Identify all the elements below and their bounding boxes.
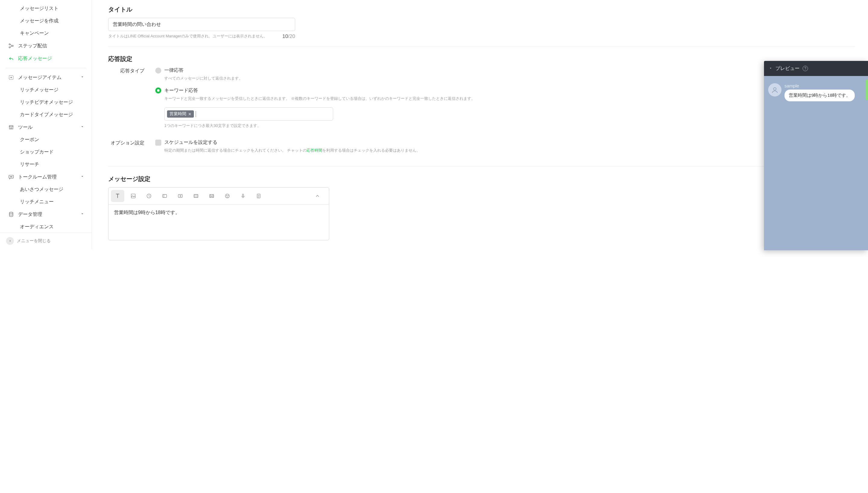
title-char-count: 10/20 — [282, 34, 295, 40]
svg-point-5 — [10, 176, 11, 177]
editor-toolbar — [109, 188, 329, 205]
collapse-menu[interactable]: メニューを閉じる — [0, 233, 92, 249]
keyword-reply-desc: キーワードと完全一致するメッセージを受信したときに返信されます。 ※複数のキーワ… — [164, 95, 855, 102]
svg-point-16 — [226, 195, 227, 196]
sidebar-group-message-items[interactable]: メッセージアイテム — [0, 71, 92, 84]
survey-tool-button[interactable] — [252, 190, 265, 202]
sidebar-item-shopcard[interactable]: ショップカード — [0, 146, 92, 158]
option-label: オプション設定 — [108, 139, 145, 146]
scrollbar-thumb[interactable] — [866, 80, 868, 100]
svg-point-6 — [11, 176, 12, 177]
preview-panel: プレビュー ? sample 営業時間は9時から18時です。 — [764, 61, 868, 249]
svg-rect-18 — [242, 194, 243, 196]
svg-point-1 — [9, 47, 10, 48]
message-heading: メッセージ設定 — [108, 175, 855, 183]
richmsg-tool-button[interactable] — [189, 190, 202, 202]
sticker-tool-button[interactable] — [142, 190, 156, 202]
keyword-input[interactable]: 営業時間 ✕ — [164, 107, 333, 121]
sidebar-item-research[interactable]: リサーチ — [0, 158, 92, 171]
image-tool-button[interactable] — [127, 190, 140, 202]
uniform-reply-desc: すべてのメッセージに対して返信されます。 — [164, 76, 855, 81]
sidebar-item-rich-video[interactable]: リッチビデオメッセージ — [0, 96, 92, 109]
response-type-label: 応答タイプ — [108, 67, 145, 74]
sidebar-group-tools[interactable]: ツール — [0, 121, 92, 134]
radio-checked-icon — [155, 87, 161, 93]
sidebar-item-coupon[interactable]: クーポン — [0, 134, 92, 146]
voice-tool-button[interactable] — [236, 190, 249, 202]
chat-dots-icon — [8, 174, 15, 180]
radio-keyword-reply[interactable]: キーワード応答 — [155, 87, 855, 94]
coupon-tool-button[interactable] — [158, 190, 171, 202]
preview-title: プレビュー — [776, 65, 800, 72]
sidebar-item-richmenu[interactable]: リッチメニュー — [0, 196, 92, 208]
svg-rect-11 — [162, 194, 167, 197]
schedule-desc: 特定の期間または時間に返信する場合にチェックを入れてください。 チャットの応答時… — [164, 147, 855, 153]
avatar-icon — [768, 83, 781, 97]
keyword-hint: 1つのキーワードにつき最大30文字まで設定できます。 — [164, 123, 855, 128]
sidebar: メッセージリスト メッセージを作成 キャンペーン ステップ配信 応答メッセージ … — [0, 0, 92, 249]
text-tool-button[interactable] — [111, 190, 124, 202]
svg-rect-13 — [194, 194, 198, 197]
help-icon[interactable]: ? — [803, 66, 808, 71]
caret-down-icon — [769, 66, 773, 71]
sidebar-item-message-create[interactable]: メッセージを作成 — [0, 15, 92, 27]
svg-point-8 — [9, 212, 13, 214]
chevron-left-icon — [6, 237, 14, 245]
message-textarea[interactable]: 営業時間は9時から18時です。 — [109, 205, 329, 240]
divider — [108, 166, 855, 167]
svg-point-17 — [228, 195, 229, 196]
video-tool-button[interactable] — [174, 190, 187, 202]
preview-sender: sample — [784, 83, 855, 88]
svg-point-15 — [225, 194, 229, 198]
title-hint: タイトルはLINE Official Account Managerのみで使用さ… — [108, 34, 267, 40]
database-icon — [8, 211, 15, 218]
sidebar-item-step-delivery[interactable]: ステップ配信 — [0, 40, 92, 52]
plus-box-icon — [8, 74, 15, 81]
message-editor: 営業時間は9時から18時です。 — [108, 187, 329, 240]
main-content: タイトル タイトルはLINE Official Account Managerの… — [92, 0, 868, 249]
sidebar-group-talkroom[interactable]: トークルーム管理 — [0, 171, 92, 183]
sidebar-item-message-list[interactable]: メッセージリスト — [0, 2, 92, 15]
sidebar-item-card-type[interactable]: カードタイプメッセージ — [0, 109, 92, 121]
checkbox-unchecked-icon — [155, 140, 161, 146]
svg-point-0 — [9, 44, 10, 45]
emoji-tool-button[interactable] — [221, 190, 234, 202]
sidebar-item-campaign[interactable]: キャンペーン — [0, 27, 92, 40]
svg-rect-9 — [131, 194, 135, 198]
chevron-down-icon — [80, 125, 86, 130]
sidebar-item-audience[interactable]: オーディエンス — [0, 221, 92, 233]
text-caret — [196, 111, 196, 117]
sidebar-item-greeting[interactable]: あいさつメッセージ — [0, 183, 92, 196]
chevron-down-icon — [80, 75, 86, 80]
title-heading: タイトル — [108, 5, 855, 14]
keyword-chip[interactable]: 営業時間 ✕ — [167, 110, 194, 117]
svg-point-20 — [774, 87, 776, 90]
svg-point-7 — [12, 176, 13, 177]
divider — [5, 68, 86, 68]
chevron-down-icon — [80, 212, 86, 217]
sidebar-group-data[interactable]: データ管理 — [0, 208, 92, 221]
svg-point-2 — [12, 45, 13, 46]
response-time-link[interactable]: 応答時間 — [307, 148, 322, 153]
collapse-editor-button[interactable] — [311, 190, 324, 202]
divider — [108, 46, 855, 46]
sidebar-item-auto-reply[interactable]: 応答メッセージ — [0, 52, 92, 65]
reply-icon — [8, 55, 15, 62]
close-icon[interactable]: ✕ — [188, 112, 192, 116]
chevron-down-icon — [80, 174, 86, 180]
radio-unchecked-icon — [155, 67, 161, 73]
radio-uniform-reply[interactable]: 一律応答 — [155, 67, 855, 73]
schedule-checkbox[interactable]: スケジュールを設定する — [155, 139, 855, 146]
title-input[interactable] — [108, 18, 295, 31]
preview-bubble: 営業時間は9時から18時です。 — [784, 89, 855, 101]
preview-header[interactable]: プレビュー ? — [764, 61, 868, 76]
tree-icon — [8, 43, 15, 49]
richvideo-tool-button[interactable] — [205, 190, 218, 202]
response-heading: 応答設定 — [108, 55, 855, 63]
storefront-icon — [8, 124, 15, 131]
sidebar-item-rich-message[interactable]: リッチメッセージ — [0, 84, 92, 96]
